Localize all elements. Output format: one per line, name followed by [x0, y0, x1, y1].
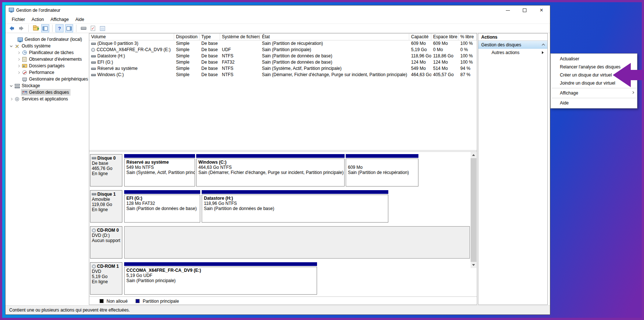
column-header-espace-libre[interactable]: Espace libre [431, 33, 458, 40]
show-action-pane-button[interactable] [65, 24, 73, 32]
computer-management-window: Gestion de l'ordinateur × Fichier Action… [5, 5, 550, 315]
tree-item-gestionnaire-peripheriques[interactable]: Gestionnaire de périphériques [6, 76, 89, 82]
chevron-down-icon[interactable] [8, 46, 14, 47]
console-tree: Gestion de l'ordinateur (local) Outils s… [6, 33, 89, 305]
collapse-icon[interactable] [542, 44, 545, 47]
action-pane-icon [66, 26, 72, 31]
tree-item-services-applications[interactable]: Services et applications [6, 96, 89, 102]
chevron-right-icon[interactable] [8, 98, 14, 100]
volume-icon [91, 74, 96, 76]
forward-button[interactable] [17, 24, 25, 32]
column-header-volume[interactable]: Volume [89, 33, 174, 40]
scroll-up-button[interactable] [471, 152, 476, 158]
legend-label: Non alloué [107, 299, 127, 304]
disk-icon [92, 193, 96, 195]
partition-efi-g[interactable]: EFI (G:) 128 Mo FAT32 Sain (Partition de… [124, 190, 200, 223]
disk-label-disque-1[interactable]: Disque 1 Amovible 119,08 Go En ligne [90, 190, 122, 223]
volume-icon [91, 55, 96, 57]
disk-label-disque-0[interactable]: Disque 0 De base 465,76 Go En ligne [90, 154, 122, 186]
actions-pane-title: Actions [478, 33, 547, 41]
task-list-button[interactable] [98, 24, 107, 32]
tree-item-dossiers-partages[interactable]: Dossiers partagés [6, 63, 89, 69]
partition-reserve-systeme[interactable]: Réservé au système 549 Mo NTFS Sain (Sys… [124, 154, 195, 186]
window-title: Gestion de l'ordinateur [16, 8, 60, 13]
close-icon: × [540, 7, 543, 14]
menu-fichier[interactable]: Fichier [8, 16, 28, 23]
scroll-down-button[interactable] [471, 262, 476, 268]
column-header-capacite[interactable]: Capacité [409, 33, 431, 40]
column-header-etat[interactable]: État [260, 33, 409, 40]
menu-bar: Fichier Action Affichage Aide [6, 15, 550, 24]
close-button[interactable]: × [533, 6, 550, 15]
drive-icon [81, 27, 86, 30]
column-header-disposition[interactable]: Disposition [174, 33, 199, 40]
menu-separator [551, 98, 636, 98]
computer-icon [17, 37, 23, 42]
table-row[interactable]: EFI (G:) [89, 59, 174, 65]
disk-management-icon [22, 90, 27, 95]
partition-color-bar [124, 262, 317, 266]
shared-folder-icon [22, 63, 27, 68]
forward-arrow-icon [18, 25, 24, 31]
column-header-type[interactable]: Type [199, 33, 220, 40]
back-button[interactable] [8, 24, 16, 32]
disk-label-cdrom-1[interactable]: CD-ROM 1 DVD 5,19 Go En ligne [90, 262, 122, 295]
tree-item-planificateur[interactable]: Planificateur de tâches [6, 49, 89, 56]
column-header-fs[interactable]: Système de fichiers [220, 33, 260, 40]
cd-icon [92, 264, 96, 269]
actions-group-gestion-des-disques[interactable]: Gestion des disques [478, 41, 547, 49]
tree-item-stockage[interactable]: Stockage [6, 82, 89, 89]
show-console-tree-button[interactable] [41, 24, 49, 32]
storage-icon [14, 83, 20, 88]
autres-actions-item[interactable]: Autres actions [478, 49, 547, 56]
column-header-pct-libre[interactable]: % libre [458, 33, 477, 40]
partition-color-bar [346, 154, 418, 158]
partition-windows-c[interactable]: Windows (C:) 464,63 Go NTFS Sain (Démarr… [196, 154, 345, 186]
table-row[interactable]: (Disque 0 partition 3) [89, 40, 174, 47]
toolbar: ? ✓ [6, 24, 550, 33]
chevron-down-icon[interactable] [8, 85, 14, 86]
scrollbar-thumb[interactable] [471, 158, 476, 262]
disk-label-cdrom-0[interactable]: CD-ROM 0 DVD (D:) Aucun support [90, 226, 122, 259]
menu-affichage[interactable]: Affichage [47, 16, 72, 23]
volume-icon [91, 43, 96, 45]
table-row[interactable]: Datastore (H:) [89, 53, 174, 59]
menu-item-affichage[interactable]: Affichage [551, 89, 637, 97]
vertical-scrollbar[interactable] [471, 152, 476, 268]
tree-item-gestion-des-disques[interactable]: Gestion des disques [6, 89, 89, 96]
chevron-down-icon [472, 264, 475, 266]
empty-media-area[interactable] [124, 226, 470, 259]
menu-action[interactable]: Action [28, 16, 47, 23]
maximize-button[interactable] [516, 6, 533, 15]
partition-color-bar [124, 190, 200, 194]
export-list-button[interactable] [32, 24, 40, 32]
chevron-right-icon[interactable] [16, 52, 21, 54]
chevron-right-icon[interactable] [16, 65, 21, 67]
tree-item-observateur[interactable]: Observateur d'événements [6, 56, 89, 63]
partition-color-bar [196, 154, 345, 158]
table-row[interactable]: Windows (C:) [89, 72, 174, 78]
tree-item-performance[interactable]: Performance [6, 69, 89, 76]
partition-recuperation[interactable]: 609 Mo Sain (Partition de récupération) [346, 154, 418, 186]
titlebar[interactable]: Gestion de l'ordinateur × [6, 6, 550, 15]
menu-aide[interactable]: Aide [72, 16, 87, 23]
tree-item-outils-systeme[interactable]: Outils système [6, 43, 89, 49]
help-icon: ? [58, 26, 61, 31]
chevron-right-icon[interactable] [16, 72, 21, 74]
minimize-button[interactable] [499, 6, 516, 15]
table-row[interactable]: CCCOMA_X64FRE_FR-CA_DV9 (E:) [89, 47, 174, 53]
menu-item-aide[interactable]: Aide [551, 99, 637, 107]
partition-datastore-h[interactable]: Datastore (H:) 118,96 Go NTFS Sain (Part… [202, 190, 388, 223]
partition-cccoma-e[interactable]: CCCOMA_X64FRE_FR-CA_DV9 (E:) 5,19 Go UDF… [124, 262, 317, 295]
legend-swatch-non-alloue [100, 299, 104, 303]
check-document-icon: ✓ [91, 26, 95, 31]
tree-item-computer-management[interactable]: Gestion de l'ordinateur (local) [6, 36, 89, 43]
table-row[interactable]: Réservé au système [89, 65, 174, 72]
chevron-right-icon[interactable] [16, 58, 21, 60]
disk-row-disque-1: Disque 1 Amovible 119,08 Go En ligne EFI… [89, 190, 470, 223]
properties-button[interactable]: ✓ [89, 24, 97, 32]
submenu-arrow-icon [542, 51, 544, 54]
folder-icon [33, 26, 39, 31]
disk-tool-button[interactable] [79, 24, 87, 32]
help-button[interactable]: ? [55, 24, 64, 32]
